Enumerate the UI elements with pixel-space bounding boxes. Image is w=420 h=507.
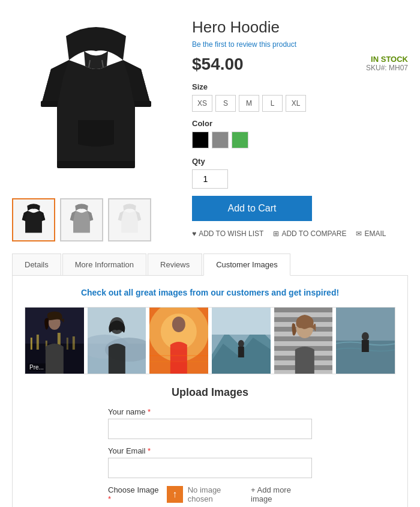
color-options — [192, 132, 408, 148]
wishlist-label: ADD TO WISH LIST — [199, 229, 263, 238]
qty-input[interactable] — [192, 169, 228, 189]
svg-rect-4 — [134, 101, 151, 107]
size-options: XS S M L XL — [192, 95, 408, 112]
tabs-section: Details More Information Reviews Custome… — [0, 253, 420, 507]
tab-details[interactable]: Details — [12, 253, 61, 275]
svg-point-43 — [362, 332, 369, 341]
email-input[interactable] — [108, 458, 312, 478]
sku-info: SKU#: MH07 — [366, 64, 408, 72]
sku-label: SKU#: — [366, 64, 387, 72]
tabs-nav: Details More Information Reviews Custome… — [12, 253, 408, 276]
customer-images-header: Check out all great images from our cust… — [25, 288, 395, 297]
name-label: Your name * — [108, 407, 312, 416]
price-stock-row: $54.00 IN STOCK SKU#: MH07 — [192, 55, 408, 74]
name-input[interactable] — [108, 419, 312, 439]
name-form-group: Your name * — [108, 407, 312, 439]
thumbnail-list — [12, 198, 180, 241]
email-label: EMAIL — [364, 229, 386, 238]
add-more-link[interactable]: + Add more image — [251, 485, 312, 503]
no-image-text: No image chosen — [188, 485, 246, 503]
gallery-item-5[interactable] — [274, 308, 333, 374]
svg-rect-3 — [41, 101, 58, 107]
product-section: Hero Hoodie Be the first to review this … — [0, 0, 420, 253]
size-option: Size XS S M L XL — [192, 82, 408, 112]
product-images-column — [12, 12, 180, 241]
gallery-item-6[interactable] — [336, 308, 395, 374]
color-gray[interactable] — [212, 132, 229, 148]
tab-content-customer-images: Check out all great images from our cust… — [12, 276, 408, 507]
gallery-image-2 — [88, 308, 146, 374]
size-xs[interactable]: XS — [192, 95, 212, 112]
file-upload-button[interactable]: ↑ — [167, 486, 183, 503]
thumb-hoodie-white — [112, 202, 148, 238]
svg-point-29 — [238, 340, 244, 347]
product-title: Hero Hoodie — [192, 18, 408, 37]
file-row: Choose Image * ↑ No image chosen + Add m… — [108, 485, 312, 503]
size-xl[interactable]: XL — [286, 95, 306, 112]
color-label: Color — [192, 119, 408, 128]
image-gallery: Pre... — [25, 307, 395, 374]
size-label: Size — [192, 82, 408, 91]
svg-rect-28 — [212, 308, 271, 335]
thumb-hoodie-gray — [64, 202, 100, 238]
upload-section: Upload Images Your name * Your Email * C… — [25, 386, 395, 507]
email-label: Your Email * — [108, 446, 312, 455]
product-info-column: Hero Hoodie Be the first to review this … — [192, 12, 408, 241]
thumbnail-3[interactable] — [108, 198, 151, 241]
tab-reviews[interactable]: Reviews — [148, 253, 202, 275]
svg-rect-2 — [57, 161, 135, 168]
add-to-compare-link[interactable]: ⊞ ADD TO COMPARE — [273, 229, 346, 238]
gallery-item-1[interactable]: Pre... — [25, 308, 84, 374]
heart-icon: ♥ — [192, 229, 196, 238]
gallery-image-6 — [336, 308, 395, 374]
qty-option: Qty — [192, 157, 408, 196]
color-option: Color — [192, 119, 408, 148]
color-green[interactable] — [232, 132, 248, 148]
svg-rect-7 — [31, 338, 32, 350]
svg-point-40 — [297, 328, 304, 333]
tab-customer-images[interactable]: Customer Images — [203, 253, 290, 276]
gallery-item-3[interactable] — [149, 308, 208, 374]
upload-title: Upload Images — [25, 386, 395, 399]
gallery-label-1: Pre... — [28, 363, 46, 371]
compare-icon: ⊞ — [273, 229, 279, 238]
stock-status: IN STOCK — [366, 55, 408, 64]
svg-rect-32 — [274, 308, 333, 312]
compare-label: ADD TO COMPARE — [281, 229, 346, 238]
gallery-item-2[interactable] — [88, 308, 146, 374]
svg-rect-44 — [362, 340, 369, 352]
svg-rect-12 — [73, 336, 75, 350]
add-to-cart-button[interactable]: Add to Cart — [192, 196, 312, 221]
gallery-image-4 — [212, 308, 271, 374]
color-black[interactable] — [192, 132, 209, 148]
email-icon: ✉ — [356, 229, 362, 238]
upload-icon: ↑ — [172, 489, 177, 500]
thumbnail-2[interactable] — [60, 198, 103, 241]
svg-rect-8 — [37, 335, 39, 350]
gallery-item-4[interactable] — [212, 308, 271, 374]
svg-rect-30 — [238, 347, 244, 357]
svg-point-22 — [172, 317, 185, 332]
product-actions: ♥ ADD TO WISH LIST ⊞ ADD TO COMPARE ✉ EM… — [192, 229, 408, 238]
hoodie-illustration — [30, 18, 162, 186]
review-link[interactable]: Be the first to review this product — [192, 40, 408, 49]
email-form-group: Your Email * — [108, 446, 312, 478]
email-required: * — [148, 446, 151, 455]
name-required: * — [148, 407, 151, 416]
thumbnail-1[interactable] — [12, 198, 55, 241]
size-l[interactable]: L — [262, 95, 283, 112]
stock-info: IN STOCK SKU#: MH07 — [366, 55, 408, 72]
choose-image-label: Choose Image * — [108, 485, 162, 503]
add-to-wishlist-link[interactable]: ♥ ADD TO WISH LIST — [192, 229, 263, 238]
product-price: $54.00 — [192, 55, 244, 74]
size-s[interactable]: S — [215, 95, 236, 112]
size-m[interactable]: M — [239, 95, 259, 112]
gallery-image-5 — [274, 308, 333, 374]
file-required: * — [108, 494, 111, 503]
thumb-hoodie-black — [16, 202, 52, 238]
svg-rect-11 — [67, 338, 68, 350]
email-link[interactable]: ✉ EMAIL — [356, 229, 386, 238]
qty-label: Qty — [192, 157, 408, 166]
sku-value: MH07 — [389, 64, 408, 72]
tab-more-information[interactable]: More Information — [62, 253, 146, 275]
